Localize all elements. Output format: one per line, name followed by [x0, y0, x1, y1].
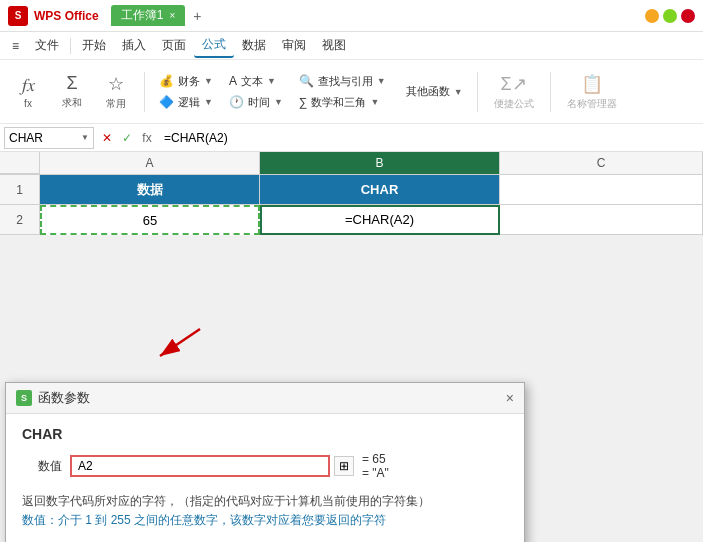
math-dropdown-icon: ▼ — [370, 97, 379, 107]
menu-formula[interactable]: 公式 — [194, 33, 234, 58]
row-headers: 1 2 — [0, 175, 40, 235]
toolbar-logic[interactable]: 🔷 逻辑 ▼ — [153, 93, 219, 112]
app-logo: S — [8, 6, 28, 26]
math-icon: ∑ — [299, 95, 308, 109]
toolbar-sum[interactable]: Σ 求和 — [52, 69, 92, 114]
toolbar-quick-formula[interactable]: Σ↗ 便捷公式 — [486, 69, 542, 115]
menu-review[interactable]: 审阅 — [274, 34, 314, 57]
row-header-2: 2 — [0, 205, 40, 235]
dialog-title-left: S 函数参数 — [16, 389, 90, 407]
param-input-wrap: ⊞ — [70, 455, 354, 477]
finance-label: 财务 — [178, 74, 200, 89]
toolbar-func-group3: 🔍 查找与引用 ▼ ∑ 数学和三角 ▼ — [293, 72, 392, 112]
app-name: WPS Office — [34, 9, 99, 23]
column-headers: A B C — [0, 152, 703, 175]
dialog-body: CHAR 数值 ⊞ = 65 = "A" 返回数字代码所对应的字符，（指定的代码… — [6, 414, 524, 542]
menu-hamburger[interactable]: ≡ — [4, 36, 27, 56]
name-box[interactable]: CHAR ▼ — [4, 127, 94, 149]
svg-line-1 — [160, 329, 200, 356]
name-box-arrow-icon: ▼ — [81, 133, 89, 142]
toolbar-common[interactable]: ☆ 常用 — [96, 69, 136, 115]
toolbar-text[interactable]: A 文本 ▼ — [223, 72, 289, 91]
dialog-desc-line1: 返回数字代码所对应的字符，（指定的代码对应于计算机当前使用的字符集） — [22, 494, 430, 508]
toolbar-divider2 — [477, 72, 478, 112]
logic-icon: 🔷 — [159, 95, 174, 109]
cancel-formula-button[interactable]: ✕ — [98, 129, 116, 147]
dialog-func-name: CHAR — [22, 426, 508, 442]
spreadsheet-area: A B C 1 2 数据 CHAR 65 =CHAR(A2) — [0, 152, 703, 235]
menu-insert[interactable]: 插入 — [114, 34, 154, 57]
tab-name: 工作簿1 — [121, 7, 164, 24]
dialog-param-row: 数值 ⊞ = 65 = "A" — [22, 452, 508, 480]
formulabar: CHAR ▼ ✕ ✓ fx — [0, 124, 703, 152]
toolbar: 𝑓𝑥 fx Σ 求和 ☆ 常用 💰 财务 ▼ 🔷 逻辑 ▼ A 文本 ▼ 🕐 时… — [0, 60, 703, 124]
row-header-1: 1 — [0, 175, 40, 205]
dialog-title-text: 函数参数 — [38, 389, 90, 407]
toolbar-func-group4: 其他函数 ▼ — [400, 82, 469, 101]
col-header-b[interactable]: B — [260, 152, 500, 174]
param-value-input[interactable] — [70, 455, 330, 477]
toolbar-time[interactable]: 🕐 时间 ▼ — [223, 93, 289, 112]
cell-a2[interactable]: 65 — [40, 205, 260, 235]
toolbar-divider3 — [550, 72, 551, 112]
add-tab-button[interactable]: + — [193, 8, 201, 24]
lookup-icon: 🔍 — [299, 74, 314, 88]
toolbar-divider1 — [144, 72, 145, 112]
spreadsheet: A B C 1 2 数据 CHAR 65 =CHAR(A2) — [0, 152, 703, 235]
menu-data[interactable]: 数据 — [234, 34, 274, 57]
sum-label: 求和 — [62, 96, 82, 110]
maximize-button[interactable] — [663, 9, 677, 23]
grid-row-2: 65 =CHAR(A2) — [40, 205, 703, 235]
toolbar-other[interactable]: 其他函数 ▼ — [400, 82, 469, 101]
dialog-desc-line2: 数值：介于 1 到 255 之间的任意数字，该数字对应着您要返回的字符 — [22, 513, 386, 527]
close-button[interactable] — [681, 9, 695, 23]
menu-file[interactable]: 文件 — [27, 34, 67, 57]
toolbar-lookup[interactable]: 🔍 查找与引用 ▼ — [293, 72, 392, 91]
red-arrow-overlay — [150, 324, 210, 367]
document-tab[interactable]: 工作簿1 × — [111, 5, 186, 26]
toolbar-func-group2: A 文本 ▼ 🕐 时间 ▼ — [223, 72, 289, 112]
finance-dropdown-icon: ▼ — [204, 76, 213, 86]
minimize-button[interactable] — [645, 9, 659, 23]
lookup-dropdown-icon: ▼ — [377, 76, 386, 86]
menu-home[interactable]: 开始 — [74, 34, 114, 57]
text-dropdown-icon: ▼ — [267, 76, 276, 86]
cell-c1[interactable] — [500, 175, 703, 205]
toolbar-name-manager[interactable]: 📋 名称管理器 — [559, 69, 625, 115]
text-func-icon: A — [229, 74, 237, 88]
dialog-titlebar: S 函数参数 × — [6, 383, 524, 414]
param-ref-icon[interactable]: ⊞ — [334, 456, 354, 476]
col-header-a[interactable]: A — [40, 152, 260, 174]
menu-view[interactable]: 视图 — [314, 34, 354, 57]
cell-c2[interactable] — [500, 205, 703, 235]
tab-close-icon[interactable]: × — [169, 10, 175, 21]
param-result-1: = 65 — [362, 452, 389, 466]
other-dropdown-icon: ▼ — [454, 87, 463, 97]
dialog-logo: S — [16, 390, 32, 406]
dialog-description: 返回数字代码所对应的字符，（指定的代码对应于计算机当前使用的字符集） 数值：介于… — [22, 492, 508, 530]
manager-label: 名称管理器 — [567, 97, 617, 111]
param-label: 数值 — [22, 458, 62, 475]
cell-b2[interactable]: =CHAR(A2) — [260, 205, 500, 235]
menu-page[interactable]: 页面 — [154, 34, 194, 57]
toolbar-finance[interactable]: 💰 财务 ▼ — [153, 72, 219, 91]
name-box-value: CHAR — [9, 131, 43, 145]
toolbar-math[interactable]: ∑ 数学和三角 ▼ — [293, 93, 392, 112]
common-label: 常用 — [106, 97, 126, 111]
grid: 数据 CHAR 65 =CHAR(A2) — [40, 175, 703, 235]
formula-input[interactable] — [160, 127, 699, 149]
time-label: 时间 — [248, 95, 270, 110]
sheet-body: 1 2 数据 CHAR 65 =CHAR(A2) — [0, 175, 703, 235]
dialog-close-button[interactable]: × — [506, 390, 514, 406]
fx-formula-button[interactable]: fx — [138, 129, 156, 147]
col-header-c[interactable]: C — [500, 152, 703, 174]
corner-cell — [0, 152, 40, 174]
toolbar-fx[interactable]: 𝑓𝑥 fx — [8, 71, 48, 113]
confirm-formula-button[interactable]: ✓ — [118, 129, 136, 147]
param-results: = 65 = "A" — [362, 452, 389, 480]
cell-b1[interactable]: CHAR — [260, 175, 500, 205]
cell-a1[interactable]: 数据 — [40, 175, 260, 205]
lookup-label: 查找与引用 — [318, 74, 373, 89]
star-icon: ☆ — [108, 73, 124, 95]
time-dropdown-icon: ▼ — [274, 97, 283, 107]
